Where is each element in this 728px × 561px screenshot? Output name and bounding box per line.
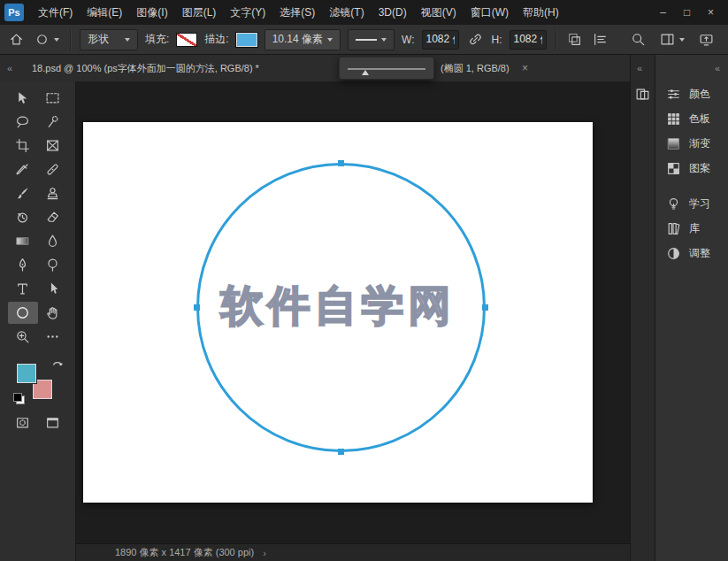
panel-patterns[interactable]: 图案	[655, 156, 728, 181]
maximize-button[interactable]: □	[675, 0, 699, 25]
blur-drop-icon	[45, 234, 60, 249]
transform-handle-bottom[interactable]	[338, 449, 344, 455]
magnifier-glyph	[631, 32, 646, 47]
link-dimensions-icon[interactable]	[466, 30, 485, 49]
document-tab[interactable]: 18.psd @ 100% (ps字体外面加一圆的方法, RGB/8) *	[32, 55, 259, 81]
eyedropper-tool[interactable]	[8, 158, 38, 181]
quick-selection-tool[interactable]	[38, 111, 68, 133]
width-label: W:	[402, 34, 414, 46]
panel-gradients[interactable]: 渐变	[655, 131, 728, 156]
marquee-tool[interactable]	[38, 87, 68, 109]
panel-swatches[interactable]: 色板	[655, 106, 728, 131]
path-operations-icon[interactable]	[565, 30, 584, 49]
canvas-area[interactable]: 软件自学网	[76, 81, 630, 543]
gradient-icon	[15, 234, 30, 249]
panel-adjustments[interactable]: 调整	[655, 241, 728, 265]
blur-tool[interactable]	[38, 230, 68, 252]
type-tool[interactable]	[8, 278, 38, 300]
eraser-tool[interactable]	[38, 206, 68, 228]
menu-edit[interactable]: 编辑(E)	[80, 0, 129, 25]
history-brush-tool[interactable]	[8, 206, 38, 228]
screen-mode-button[interactable]	[38, 411, 68, 434]
clone-stamp-tool[interactable]	[38, 182, 68, 204]
path-alignment-icon[interactable]	[591, 30, 609, 49]
stroke-swatch[interactable]	[236, 33, 257, 47]
document-canvas[interactable]: 软件自学网	[83, 122, 593, 503]
ellipse-tool[interactable]	[8, 302, 38, 324]
menu-file[interactable]: 文件(F)	[31, 0, 80, 25]
default-colors-icon[interactable]	[13, 393, 25, 404]
menu-layer[interactable]: 图层(L)	[175, 0, 224, 25]
brush-tool[interactable]	[8, 182, 38, 204]
menu-image[interactable]: 图像(I)	[129, 0, 174, 25]
panel-libraries[interactable]: 库	[655, 216, 728, 241]
panels-icon	[635, 87, 650, 102]
menu-3d[interactable]: 3D(D)	[372, 0, 414, 25]
adjustments-icon	[666, 246, 681, 261]
status-chevron-icon[interactable]: ›	[263, 548, 266, 558]
collapsed-panel-button[interactable]	[635, 87, 651, 102]
height-label: H:	[492, 34, 502, 46]
panel-learn[interactable]: 学习	[655, 191, 728, 216]
path-selection-tool[interactable]	[38, 278, 68, 300]
quick-mask-button[interactable]	[8, 411, 38, 434]
tab-close-icon[interactable]: ×	[522, 55, 528, 81]
dodge-tool[interactable]	[38, 254, 68, 276]
menu-window[interactable]: 窗口(W)	[464, 0, 516, 25]
panel-color[interactable]: 颜色	[655, 81, 728, 106]
fill-swatch[interactable]	[176, 33, 197, 47]
menu-view[interactable]: 视图(V)	[414, 0, 464, 25]
toolbar-collapse-icon[interactable]: «	[7, 55, 11, 81]
photoshop-logo: Ps	[4, 4, 24, 21]
home-icon[interactable]	[7, 30, 26, 49]
swap-colors-icon[interactable]	[52, 358, 63, 369]
edit-toolbar-button[interactable]	[38, 326, 68, 348]
workspace-icon[interactable]	[658, 30, 686, 49]
frame-icon	[45, 138, 60, 153]
panel-label: 调整	[689, 246, 710, 261]
stroke-width-value: 10.14 像素	[272, 32, 323, 47]
panel-label: 图案	[689, 161, 710, 176]
chevron-down-icon	[125, 38, 130, 42]
ellipse-preset-glyph	[34, 32, 50, 47]
home-icon-glyph	[9, 32, 24, 47]
transform-handle-top[interactable]	[338, 160, 344, 166]
stroke-width-select[interactable]: 10.14 像素	[264, 29, 341, 50]
height-input[interactable]	[510, 30, 547, 50]
width-input[interactable]	[422, 30, 459, 50]
menubar: 文件(F) 编辑(E) 图像(I) 图层(L) 文字(Y) 选择(S) 滤镜(T…	[31, 0, 566, 25]
chevron-down-icon	[327, 38, 333, 42]
expand-dock-icon[interactable]: «	[637, 63, 641, 73]
chevron-down-icon	[381, 38, 387, 42]
lasso-tool[interactable]	[8, 111, 38, 133]
expand-panels-icon[interactable]: «	[715, 63, 719, 73]
more-dots-icon	[45, 329, 60, 344]
document-tab-layer-info[interactable]: (椭圆 1, RGB/8)	[441, 55, 510, 81]
path-selection-icon	[45, 281, 60, 296]
menu-type[interactable]: 文字(Y)	[223, 0, 272, 25]
foreground-color-swatch[interactable]	[17, 364, 36, 383]
minimize-button[interactable]: –	[651, 0, 675, 25]
search-icon[interactable]	[629, 30, 648, 49]
healing-brush-tool[interactable]	[38, 158, 68, 181]
collapsed-panel-dock: «	[630, 55, 655, 561]
crop-tool[interactable]	[8, 134, 38, 157]
tool-mode-select[interactable]: 形状	[80, 29, 138, 50]
menu-select[interactable]: 选择(S)	[272, 0, 322, 25]
menu-filter[interactable]: 滤镜(T)	[322, 0, 371, 25]
stroke-type-select[interactable]	[348, 29, 395, 50]
slider-thumb-icon[interactable]	[362, 70, 369, 75]
stroke-label: 描边:	[204, 32, 228, 47]
zoom-tool[interactable]	[8, 326, 38, 348]
pen-tool[interactable]	[8, 254, 38, 276]
gradient-tool[interactable]	[8, 230, 38, 252]
move-tool[interactable]	[8, 87, 38, 109]
tool-preset-ellipse-icon[interactable]	[33, 30, 61, 49]
share-icon[interactable]	[697, 30, 716, 49]
close-button[interactable]: ×	[699, 0, 723, 25]
frame-tool[interactable]	[38, 134, 68, 157]
hand-tool[interactable]	[38, 302, 68, 324]
panel-dock-header: «	[655, 55, 728, 81]
stroke-width-slider[interactable]	[348, 68, 425, 70]
menu-help[interactable]: 帮助(H)	[516, 0, 566, 25]
